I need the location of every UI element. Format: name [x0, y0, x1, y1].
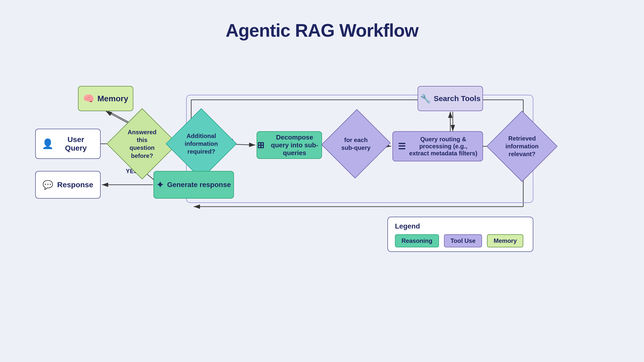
decompose-query-label: Decompose query into sub-queries	[268, 133, 321, 157]
diagram-container: NO YES NO YES NO YES 👤 User Query 🧠 Memo…	[20, 56, 624, 332]
additional-info-text: Additional information required?	[181, 130, 221, 158]
query-routing-node: ☰ Query routing & processing (e.g., extr…	[392, 131, 483, 161]
hub-icon: ✦	[156, 180, 164, 190]
legend-memory: Memory	[487, 234, 523, 247]
generate-response-label: Generate response	[167, 181, 231, 189]
memory-label: Memory	[97, 94, 128, 103]
user-query-node: 👤 User Query	[35, 129, 101, 159]
search-tools-node: 🔧 Search Tools	[418, 86, 483, 111]
retrieved-relevant-text: Retrieved information relevant?	[502, 132, 542, 160]
tools-icon: 🔧	[420, 94, 431, 104]
search-tools-label: Search Tools	[434, 94, 480, 103]
answered-before-diamond: Answered this question before?	[117, 119, 167, 169]
query-routing-label: Query routing & processing (e.g., extrac…	[409, 136, 477, 157]
legend-reasoning: Reasoning	[395, 234, 439, 247]
user-icon: 👤	[42, 138, 54, 149]
decompose-query-node: ⊞ Decompose query into sub-queries	[257, 131, 322, 159]
foreach-subquery-text: for each sub-query	[336, 134, 376, 154]
answered-before-text: Answered this question before?	[122, 126, 162, 162]
grid-icon: ⊞	[257, 140, 264, 150]
brain-icon: 🧠	[83, 93, 94, 104]
response-node: 💬 Response	[35, 171, 101, 199]
page-title: Agentic RAG Workflow	[226, 20, 419, 41]
legend-title: Legend	[395, 222, 526, 230]
response-label: Response	[57, 180, 93, 189]
user-query-label: User Query	[58, 135, 94, 152]
foreach-subquery-diamond: for each sub-query	[332, 120, 380, 168]
chat-icon: 💬	[43, 180, 53, 190]
memory-node: 🧠 Memory	[78, 86, 133, 111]
legend-items: Reasoning Tool Use Memory	[395, 234, 526, 247]
list-icon: ☰	[398, 141, 406, 151]
retrieved-relevant-diamond: Retrieved information relevant?	[496, 120, 548, 173]
legend-tooluse: Tool Use	[444, 234, 482, 247]
additional-info-diamond: Additional information required?	[176, 119, 226, 169]
legend-box: Legend Reasoning Tool Use Memory	[387, 217, 533, 252]
generate-response-node: ✦ Generate response	[153, 171, 234, 199]
